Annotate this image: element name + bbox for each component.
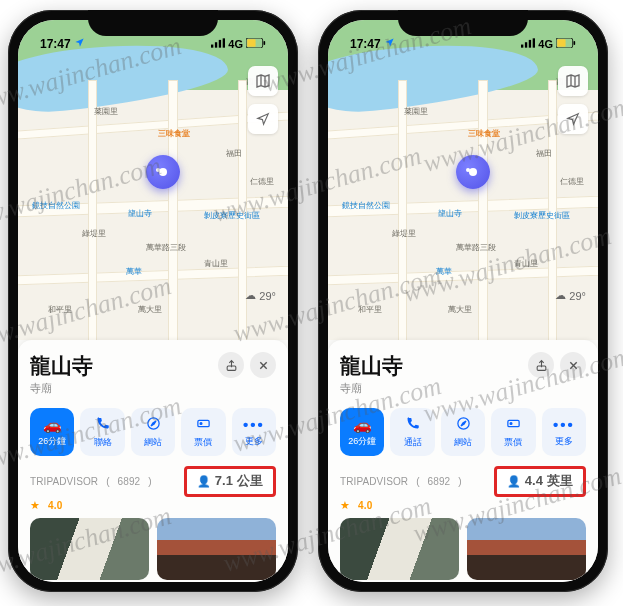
ticket-label: 票價	[194, 436, 212, 449]
more-button[interactable]: ••• 更多	[232, 408, 276, 456]
map-label: 仁德里	[560, 176, 584, 187]
notch	[88, 10, 218, 36]
map-label-attraction[interactable]: 鏡技自然公園	[342, 200, 390, 211]
map-label: 福田	[226, 148, 242, 159]
ticket-label: 票價	[504, 436, 522, 449]
ratings-row: TRIPADVISOR (6892) 👤 4.4 英里	[340, 466, 586, 497]
distance-chip: 👤 4.4 英里	[494, 466, 586, 497]
star-icon: ★	[340, 499, 350, 512]
map-label-metro[interactable]: 龍山寺	[438, 208, 462, 219]
ticket-button[interactable]: 票價	[181, 408, 225, 456]
svg-rect-11	[521, 45, 523, 48]
map-label: 和平里	[358, 304, 382, 315]
map-controls	[558, 66, 588, 134]
more-button[interactable]: ••• 更多	[542, 408, 586, 456]
svg-rect-17	[574, 41, 576, 45]
road	[478, 80, 488, 340]
svg-point-10	[200, 422, 202, 424]
close-button[interactable]	[560, 352, 586, 378]
svg-rect-6	[264, 41, 266, 45]
screen: 17:47 4G	[328, 20, 598, 582]
map-label: 青山里	[514, 258, 538, 269]
map-label-metro[interactable]: 萬華	[126, 266, 142, 277]
map-label-attraction[interactable]: 鏡技自然公園	[32, 200, 80, 211]
ratings-row: TRIPADVISOR (6892) 👤 7.1 公里	[30, 466, 276, 497]
website-label: 網站	[454, 436, 472, 449]
signal-icon	[211, 38, 225, 50]
sheet-header: 龍山寺 寺廟	[340, 352, 586, 396]
place-photo[interactable]	[467, 518, 586, 580]
battery-icon	[246, 38, 266, 50]
ticket-icon	[506, 416, 521, 433]
weather-badge[interactable]: ☁︎ 29°	[555, 289, 586, 302]
road	[18, 264, 288, 285]
weather-badge[interactable]: ☁︎ 29°	[245, 289, 276, 302]
road	[88, 80, 97, 340]
phone-icon	[95, 416, 110, 433]
safari-icon	[456, 416, 471, 433]
person-icon: 👤	[197, 475, 211, 488]
close-button[interactable]	[250, 352, 276, 378]
website-label: 網站	[144, 436, 162, 449]
network-label: 4G	[538, 38, 553, 50]
rating-count: 6892	[118, 476, 141, 487]
user-location-marker[interactable]	[146, 155, 180, 189]
map-area[interactable]: 西門里 菜園里 三味食堂 福田 仁德里 鏡技自然公園 龍山寺 剝皮寮歷史街區 綠…	[18, 20, 288, 340]
map-label-attraction[interactable]: 剝皮寮歷史街區	[204, 210, 260, 221]
place-subtitle: 寺廟	[340, 381, 403, 396]
map-label-poi[interactable]: 三味食堂	[158, 128, 190, 139]
website-button[interactable]: 網站	[441, 408, 485, 456]
user-location-marker[interactable]	[456, 155, 490, 189]
place-photo[interactable]	[30, 518, 149, 580]
directions-button[interactable]: 🚗 26分鐘	[340, 408, 384, 456]
map-label-attraction[interactable]: 剝皮寮歷史街區	[514, 210, 570, 221]
map-label: 菜園里	[404, 106, 428, 117]
phone-right: 17:47 4G	[318, 10, 608, 592]
svg-rect-13	[529, 40, 531, 48]
svg-rect-16	[557, 39, 565, 47]
directions-button[interactable]: 🚗 26分鐘	[30, 408, 74, 456]
svg-rect-3	[223, 38, 225, 47]
call-button[interactable]: 聯絡	[80, 408, 124, 456]
map-label-metro[interactable]: 萬華	[436, 266, 452, 277]
map-mode-button[interactable]	[558, 66, 588, 96]
phone-icon	[405, 416, 420, 433]
svg-rect-2	[219, 40, 221, 48]
place-sheet[interactable]: 龍山寺 寺廟 🚗 26分鐘	[328, 340, 598, 582]
network-label: 4G	[228, 38, 243, 50]
map-label: 萬華路三段	[146, 242, 186, 253]
svg-rect-0	[211, 45, 213, 48]
map-label-poi[interactable]: 三味食堂	[468, 128, 500, 139]
more-icon: •••	[243, 417, 265, 432]
weather-temp: 29°	[569, 290, 586, 302]
locate-me-button[interactable]	[558, 104, 588, 134]
rating-count-open: (	[416, 476, 419, 487]
ticket-button[interactable]: 票價	[491, 408, 535, 456]
map-label: 萬大里	[448, 304, 472, 315]
call-label: 通話	[404, 436, 422, 449]
share-button[interactable]	[218, 352, 244, 378]
distance-value: 7.1 公里	[215, 472, 263, 490]
place-title: 龍山寺	[340, 352, 403, 380]
location-active-icon	[384, 37, 395, 51]
map-mode-button[interactable]	[248, 66, 278, 96]
map-label: 萬大里	[138, 304, 162, 315]
place-photo[interactable]	[340, 518, 459, 580]
website-button[interactable]: 網站	[131, 408, 175, 456]
place-sheet[interactable]: 龍山寺 寺廟 🚗 26分鐘	[18, 340, 288, 582]
share-button[interactable]	[528, 352, 554, 378]
locate-me-button[interactable]	[248, 104, 278, 134]
status-time: 17:47	[40, 37, 71, 51]
call-button[interactable]: 通話	[390, 408, 434, 456]
map-label-metro[interactable]: 龍山寺	[128, 208, 152, 219]
place-photo[interactable]	[157, 518, 276, 580]
car-icon: 🚗	[43, 417, 62, 432]
status-time: 17:47	[350, 37, 381, 51]
rating-count: 6892	[428, 476, 451, 487]
map-area[interactable]: 西門里 菜園里 三味食堂 福田 仁德里 鏡技自然公園 龍山寺 剝皮寮歷史街區 綠…	[328, 20, 598, 340]
safari-icon	[146, 416, 161, 433]
rating-source: TRIPADVISOR	[30, 476, 98, 487]
more-icon: •••	[553, 417, 575, 432]
action-row: 🚗 26分鐘 通話 網站	[340, 408, 586, 456]
rating-value: 4.0	[358, 500, 372, 511]
